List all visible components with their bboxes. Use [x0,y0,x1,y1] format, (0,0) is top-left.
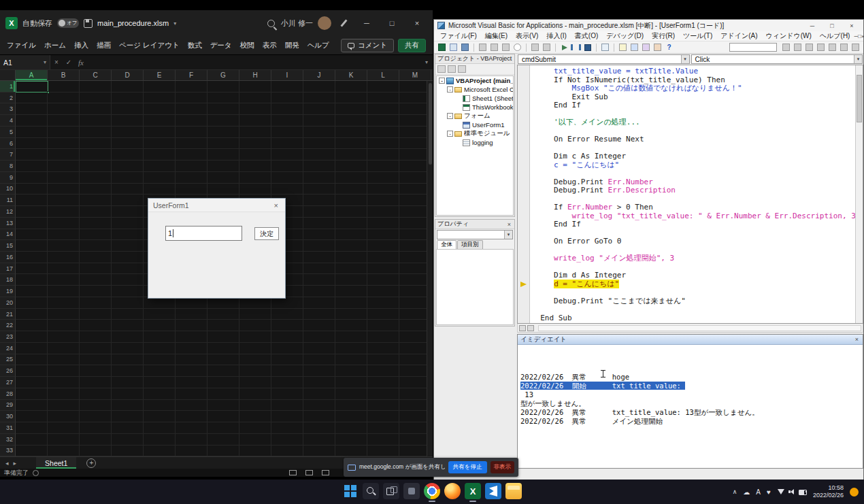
menu-item[interactable]: 書式(O) [571,31,602,41]
title-text-input[interactable]: 1 [165,226,242,241]
grid-cells[interactable] [16,411,433,422]
column-header[interactable]: K [335,70,367,80]
row-header[interactable]: 15 [0,240,16,252]
insert-function-icon[interactable]: fx [75,58,87,67]
margin-indicator-bar[interactable] [518,65,530,323]
row-header[interactable]: 6 [0,138,16,150]
ribbon-tab[interactable]: ファイル [3,36,40,54]
code-window[interactable]: txt_title_value = txtTitle.Value If Not … [517,65,863,324]
taskbar-excel-icon[interactable] [465,483,481,499]
save-icon[interactable] [84,19,93,28]
prev-bookmark-icon[interactable] [850,43,861,52]
tree-expander-icon[interactable]: - [447,113,453,119]
row-header[interactable]: 29 [0,400,16,411]
menu-item[interactable]: ウィンドウ(W) [762,31,816,41]
project-explorer-icon[interactable] [618,43,628,52]
view-excel-icon[interactable] [437,43,447,52]
view-object-icon[interactable] [448,65,456,73]
excel-close-button[interactable]: × [407,16,427,30]
row-header[interactable]: 20 [0,297,16,309]
ribbon-tab[interactable]: ホーム [40,36,70,54]
properties-object-dropdown[interactable]: ▾ [437,230,513,239]
fill-handle[interactable] [47,91,50,94]
grid-cells[interactable] [16,103,433,115]
code-vscroll-thumb[interactable] [857,75,862,122]
project-panel-close-icon[interactable]: × [514,56,514,63]
vba-minimize-button[interactable]: ─ [804,22,820,29]
row-header[interactable]: 28 [0,388,16,400]
grid-cells[interactable] [16,400,433,411]
row-header[interactable]: 26 [0,365,16,377]
row-header[interactable]: 22 [0,320,16,331]
clock[interactable]: 10:58 2022/02/26 [813,484,844,499]
break-icon[interactable] [571,43,581,52]
page-break-view-icon[interactable] [322,470,329,475]
code-horizontal-scrollbar[interactable] [538,325,861,331]
grid-cells[interactable] [16,161,433,172]
undo-icon[interactable] [530,43,540,52]
tree-item[interactable]: -標準モジュール [437,129,513,138]
taskbar-explorer-icon[interactable] [505,483,522,499]
taskbar-search-icon[interactable] [363,483,379,499]
enter-icon[interactable]: ✓ [63,58,75,66]
grid-cells[interactable] [16,309,433,320]
menu-item[interactable]: アドイン(A) [716,31,761,41]
name-box[interactable]: A1 ▾ [0,55,50,69]
ribbon-tab[interactable]: 校閲 [236,36,259,54]
row-header[interactable]: 1 [0,81,16,93]
row-header[interactable]: 14 [0,229,16,241]
column-header[interactable]: B [48,70,80,80]
menu-item[interactable]: デバッグ(D) [602,31,648,41]
tab-categorized[interactable]: 項目別 [457,240,483,249]
column-header[interactable]: H [239,70,271,80]
object-dropdown[interactable]: cmdSubmit ▾ [518,54,690,64]
menu-item[interactable]: 編集(E) [481,31,512,41]
grid-cells[interactable] [16,127,433,138]
share-button[interactable]: 共有 [398,39,426,52]
tray-misc-icon[interactable]: ♥ [767,488,771,496]
grid-cells[interactable] [16,138,433,150]
title-chevron-icon[interactable]: ▾ [173,20,176,27]
row-header[interactable]: 13 [0,218,16,229]
ribbon-tab[interactable]: 挿入 [70,36,93,54]
grid-cells[interactable] [16,343,433,354]
row-header[interactable]: 31 [0,422,16,434]
taskbar-vscode-icon[interactable] [485,483,501,499]
immediate-close-icon[interactable]: × [854,336,860,343]
taskbar-start-icon[interactable] [342,483,359,499]
grid-cells[interactable] [16,434,433,446]
row-header[interactable]: 5 [0,127,16,138]
grid-cells[interactable] [16,149,433,161]
ribbon-tab[interactable]: データ [206,36,236,54]
tab-alphabetic[interactable]: 全体 [437,240,456,249]
page-layout-view-icon[interactable] [305,470,313,475]
code-vertical-scrollbar[interactable] [855,65,863,323]
next-bookmark-icon[interactable] [839,43,849,52]
vba-close-button[interactable]: × [844,22,860,29]
row-header[interactable]: 27 [0,377,16,388]
taskbar-appdark-icon[interactable] [403,483,420,499]
quick-settings[interactable] [777,488,807,496]
notification-badge[interactable] [850,488,859,497]
menu-item[interactable]: 実行(R) [648,31,679,41]
row-header[interactable]: 3 [0,103,16,115]
ribbon-tab[interactable]: ヘルプ [303,36,333,54]
autosave-toggle[interactable]: オフ [57,18,79,28]
tree-expander-icon[interactable]: - [439,78,445,84]
grid-cells[interactable] [16,422,433,434]
row-header[interactable]: 9 [0,172,16,184]
toggle-folders-icon[interactable] [458,65,466,73]
taskbar-taskview-icon[interactable] [383,483,399,499]
grid-cells[interactable] [16,446,433,457]
copy-icon[interactable] [489,43,499,52]
properties-window-icon[interactable] [629,43,639,52]
excel-minimize-button[interactable]: ─ [356,16,377,30]
row-header[interactable]: 18 [0,274,16,286]
row-header[interactable]: 17 [0,263,16,275]
search-icon[interactable] [267,20,275,27]
column-header[interactable]: E [144,70,176,80]
normal-view-icon[interactable] [289,470,297,475]
row-header[interactable]: 4 [0,115,16,127]
column-header[interactable]: C [80,70,112,80]
formula-bar-expand-icon[interactable]: ▾ [420,59,433,65]
